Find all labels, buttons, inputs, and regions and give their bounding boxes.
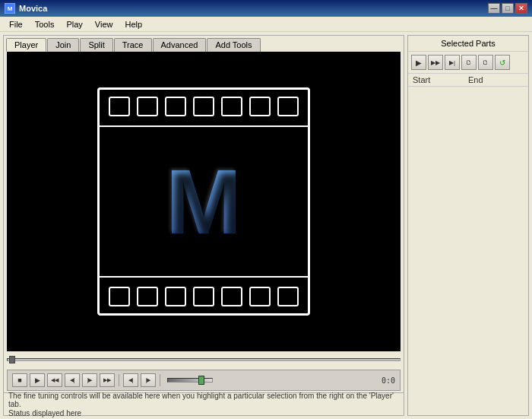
right-toolbar: ▶ ▶▶ ▶| 🗋 🗋 ↺	[408, 52, 528, 74]
film-holes-bottom	[105, 281, 302, 312]
parts-content	[408, 87, 528, 415]
film-hole	[165, 97, 186, 116]
film-hole	[109, 287, 130, 306]
app-icon: M	[5, 3, 15, 14]
col-end: End	[468, 75, 524, 84]
logo-letter: M	[166, 149, 242, 254]
title-bar: M Movica — □ ✕	[0, 0, 532, 17]
tab-player[interactable]: Player	[6, 38, 46, 52]
left-panel: Player Join Split Trace Advanced Add Too…	[3, 35, 404, 416]
goto-button[interactable]: ▶|	[445, 55, 460, 70]
film-hole	[277, 97, 299, 116]
menu-help[interactable]: Help	[119, 18, 148, 30]
minimize-button[interactable]: —	[488, 3, 500, 14]
tab-add-tools[interactable]: Add Tools	[207, 38, 260, 52]
film-hole	[193, 287, 214, 306]
tab-bar: Player Join Split Trace Advanced Add Too…	[4, 36, 404, 52]
play-part-button[interactable]: ▶	[411, 55, 426, 70]
film-hole	[221, 287, 242, 306]
film-hole	[193, 97, 214, 116]
volume-slider[interactable]	[167, 378, 213, 382]
film-hole	[137, 97, 158, 116]
stop-button[interactable]: ■	[12, 373, 27, 387]
play-all-button[interactable]: ▶▶	[428, 55, 443, 70]
volume-thumb[interactable]	[198, 376, 204, 385]
mark-in-button[interactable]: ◀|	[123, 373, 138, 387]
menu-bar: File Tools Play View Help	[0, 17, 532, 32]
col-start: Start	[413, 75, 468, 84]
film-hole	[277, 287, 299, 306]
seek-thumb[interactable]	[9, 356, 15, 363]
seek-bar[interactable]	[7, 358, 401, 361]
menu-file[interactable]: File	[3, 18, 29, 30]
main-container: Player Join Split Trace Advanced Add Too…	[0, 32, 532, 419]
window-title: Movica	[19, 4, 488, 13]
tab-advanced[interactable]: Advanced	[153, 38, 207, 52]
tab-trace[interactable]: Trace	[114, 38, 152, 52]
close-button[interactable]: ✕	[515, 3, 527, 14]
film-hole	[249, 287, 271, 306]
menu-tools[interactable]: Tools	[29, 18, 61, 30]
film-hole	[221, 97, 242, 116]
frame-button[interactable]: 🗋	[461, 55, 477, 70]
play-button[interactable]: ▶	[30, 373, 45, 387]
snapshot-button[interactable]: 🗋	[478, 55, 493, 70]
playback-controls: ■ ▶ ◀◀ ◀| |▶ ▶▶ ◀| |▶ 0:0	[7, 370, 401, 391]
parts-table-header: Start End	[408, 74, 528, 87]
seek-area	[7, 354, 401, 365]
status-line1: The fine tuning controls will be availab…	[8, 392, 399, 408]
tab-split[interactable]: Split	[80, 38, 112, 52]
window-controls: — □ ✕	[488, 3, 527, 14]
time-display: 0:0	[382, 376, 395, 385]
film-hole	[249, 97, 271, 116]
step-fwd-button[interactable]: |▶	[82, 373, 97, 387]
status-bar: The fine tuning controls will be availab…	[4, 392, 404, 415]
film-hole	[109, 97, 130, 116]
film-hole	[137, 287, 158, 306]
tab-join[interactable]: Join	[47, 38, 79, 52]
film-hole	[165, 287, 186, 306]
separator	[160, 374, 160, 386]
menu-view[interactable]: View	[89, 18, 119, 30]
status-line2: Status displayed here	[8, 409, 399, 417]
rewind-button[interactable]: ◀◀	[47, 373, 62, 387]
video-display: M	[7, 52, 401, 351]
refresh-button[interactable]: ↺	[495, 55, 510, 70]
film-holes-top	[105, 91, 302, 122]
step-back-button[interactable]: ◀|	[65, 373, 80, 387]
right-panel: Selected Parts ▶ ▶▶ ▶| 🗋 🗋 ↺ Start End	[407, 35, 529, 416]
film-logo: M	[97, 87, 310, 316]
menu-play[interactable]: Play	[60, 18, 88, 30]
fast-fwd-button[interactable]: ▶▶	[100, 373, 115, 387]
maximize-button[interactable]: □	[502, 3, 514, 14]
separator	[119, 374, 119, 386]
mark-out-button[interactable]: |▶	[141, 373, 156, 387]
selected-parts-header: Selected Parts	[408, 36, 528, 52]
